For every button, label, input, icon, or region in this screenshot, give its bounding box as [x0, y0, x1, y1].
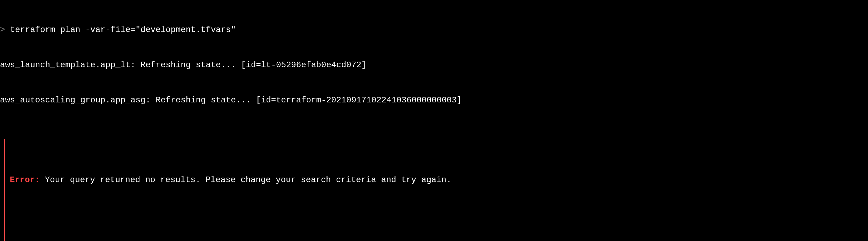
error-context: with data.aws_ami.app_ami, on main.tf li… [10, 220, 868, 241]
command-line: > terraform plan -var-file="development.… [0, 24, 868, 36]
error-header-line: Error: Your query returned no results. P… [10, 174, 868, 186]
error-message: Your query returned no results. Please c… [45, 175, 452, 185]
refresh-state-line-1: aws_launch_template.app_lt: Refreshing s… [0, 59, 868, 71]
error-indicator-bar [4, 139, 5, 241]
error-block: Error: Your query returned no results. P… [0, 139, 868, 241]
command-text: terraform plan -var-file="development.tf… [10, 25, 236, 34]
terminal-output[interactable]: > terraform plan -var-file="development.… [0, 1, 868, 241]
refresh-state-line-2: aws_autoscaling_group.app_asg: Refreshin… [0, 94, 868, 106]
error-label: Error: [10, 175, 40, 185]
prompt-char: > [0, 25, 5, 34]
